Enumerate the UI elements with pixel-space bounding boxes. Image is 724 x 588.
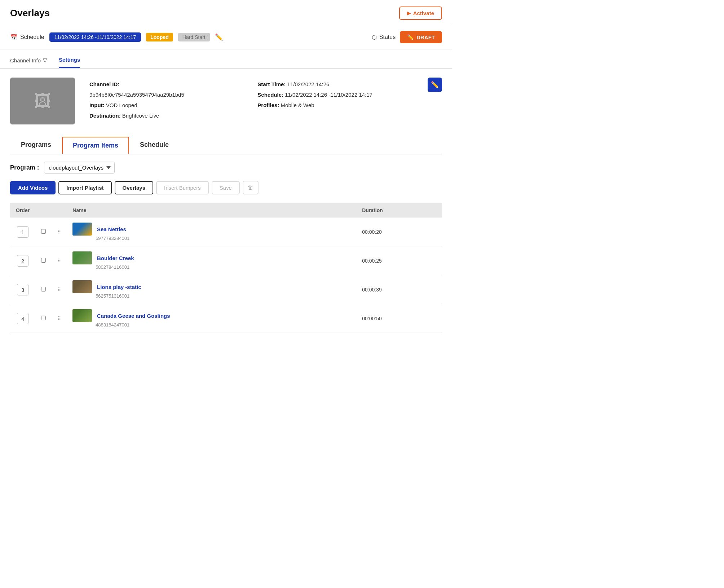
duration-cell: 00:00:20: [356, 218, 442, 246]
trash-icon: 🗑: [248, 184, 253, 190]
channel-thumbnail: 🖼: [10, 78, 75, 124]
program-selector-label: Program :: [10, 164, 39, 171]
play-icon: ▶: [407, 10, 411, 16]
order-number: 3: [17, 284, 28, 295]
name-cell: Sea Nettles 5977793284001: [67, 218, 356, 246]
item-thumbnail: [72, 223, 92, 236]
schedule-label: 📅 Schedule: [10, 34, 44, 41]
delete-button[interactable]: 🗑: [243, 181, 259, 194]
duration-cell: 00:00:39: [356, 275, 442, 304]
tab-channel-info-label: Channel Info: [10, 57, 41, 63]
insert-bumpers-button: Insert Bumpers: [156, 181, 209, 194]
table-row: 2 ⠿ Boulder Creek 5802784116001 00:00:25: [10, 246, 442, 275]
edit-schedule-button[interactable]: ✏️: [215, 33, 223, 41]
name-cell: Boulder Creek 5802784116001: [67, 246, 356, 275]
col-duration: Duration: [356, 203, 442, 218]
pencil-icon: ✏️: [407, 34, 414, 40]
table-row: 1 ⠿ Sea Nettles 5977793284001 00:00:20: [10, 218, 442, 246]
col-check: [35, 203, 52, 218]
schedule-date-badge[interactable]: 11/02/2022 14:26 -11/10/2022 14:17: [49, 32, 141, 42]
row-checkbox[interactable]: [41, 316, 46, 320]
tab-channel-info[interactable]: Channel Info ▽: [10, 51, 47, 68]
row-checkbox[interactable]: [41, 229, 46, 234]
save-button: Save: [212, 181, 240, 194]
item-name[interactable]: Sea Nettles: [97, 226, 126, 232]
item-id: 5802784116001: [96, 264, 350, 270]
row-checkbox[interactable]: [41, 287, 46, 291]
order-number: 4: [17, 313, 28, 324]
order-cell: 4: [10, 304, 35, 333]
looped-badge[interactable]: Looped: [146, 33, 173, 41]
order-number: 1: [17, 226, 28, 238]
program-selector-row: Program : cloudplayout_Overlays: [10, 162, 442, 174]
input-row: Input: VOD Looped: [89, 102, 243, 108]
import-playlist-button[interactable]: Import Playlist: [58, 181, 111, 194]
profiles-row: Profiles: Mobile & Web: [257, 102, 442, 108]
item-thumbnail: [72, 280, 92, 293]
col-drag: [52, 203, 67, 218]
dropdown-icon: ▽: [43, 57, 47, 63]
order-cell: 3: [10, 275, 35, 304]
layers-icon: ⬡: [372, 34, 377, 41]
duration-cell: 00:00:25: [356, 246, 442, 275]
drag-handle[interactable]: ⠿: [52, 246, 67, 275]
drag-handle[interactable]: ⠿: [52, 304, 67, 333]
tab-schedule[interactable]: Schedule: [129, 136, 180, 154]
table-row: 4 ⠿ Canada Geese and Goslings 4883184247…: [10, 304, 442, 333]
tab-program-items[interactable]: Program Items: [62, 137, 129, 154]
name-cell: Canada Geese and Goslings 4883184247001: [67, 304, 356, 333]
tab-settings-label: Settings: [59, 57, 80, 63]
item-name[interactable]: Boulder Creek: [97, 255, 134, 261]
program-items-table: Order Name Duration 1 ⠿ Sea Nettles 5977…: [10, 203, 442, 333]
draft-button[interactable]: ✏️ DRAFT: [400, 31, 442, 43]
order-number: 2: [17, 255, 28, 267]
drag-handle[interactable]: ⠿: [52, 218, 67, 246]
item-name[interactable]: Canada Geese and Goslings: [97, 313, 170, 319]
schedule-bar: 📅 Schedule 11/02/2022 14:26 -11/10/2022 …: [0, 25, 452, 49]
table-header-row: Order Name Duration: [10, 203, 442, 218]
item-thumbnail: [72, 251, 92, 264]
table-row: 3 ⠿ Lions play -static 5625751316001 00:…: [10, 275, 442, 304]
calendar-icon: 📅: [10, 34, 17, 41]
action-buttons: Add Videos Import Playlist Overlays Inse…: [10, 181, 442, 194]
main-content: 🖼 Channel ID: 9b94b8f0e75442a59354794aa2…: [0, 69, 452, 342]
order-cell: 2: [10, 246, 35, 275]
channel-right: Start Time: 11/02/2022 14:26 Schedule: 1…: [257, 78, 442, 113]
start-time-row: Start Time: 11/02/2022 14:26: [257, 81, 442, 87]
activate-button[interactable]: ▶ Activate: [399, 6, 442, 20]
checkbox-cell[interactable]: [35, 304, 52, 333]
item-id: 5625751316001: [96, 293, 350, 299]
schedule-row: Schedule: 11/02/2022 14:26 -11/10/2022 1…: [257, 92, 442, 98]
hard-start-badge[interactable]: Hard Start: [178, 33, 210, 41]
overlays-button[interactable]: Overlays: [115, 181, 153, 194]
image-placeholder-icon: 🖼: [34, 91, 51, 111]
item-thumbnail: [72, 309, 92, 322]
status-label: ⬡ Status: [372, 34, 396, 41]
program-select[interactable]: cloudplayout_Overlays: [44, 162, 115, 174]
duration-cell: 00:00:50: [356, 304, 442, 333]
schedule-right: ⬡ Status ✏️ DRAFT: [372, 31, 442, 43]
top-header: Overlays ▶ Activate: [0, 0, 452, 25]
checkbox-cell[interactable]: [35, 218, 52, 246]
destination-row: Destination: Brightcove Live: [89, 113, 243, 119]
name-cell: Lions play -static 5625751316001: [67, 275, 356, 304]
program-tabs-row: Programs Program Items Schedule: [10, 136, 442, 154]
drag-handle[interactable]: ⠿: [52, 275, 67, 304]
item-name[interactable]: Lions play -static: [97, 284, 141, 290]
row-checkbox[interactable]: [41, 258, 46, 263]
item-id: 5977793284001: [96, 236, 350, 241]
checkbox-cell[interactable]: [35, 246, 52, 275]
tab-programs[interactable]: Programs: [10, 136, 62, 154]
channel-id-row: Channel ID:: [89, 81, 243, 87]
add-videos-button[interactable]: Add Videos: [10, 181, 56, 194]
order-cell: 1: [10, 218, 35, 246]
col-order: Order: [10, 203, 35, 218]
checkbox-cell[interactable]: [35, 275, 52, 304]
item-id: 4883184247001: [96, 322, 350, 328]
col-name: Name: [67, 203, 356, 218]
channel-details: Channel ID: 9b94b8f0e75442a59354794aa29b…: [89, 78, 243, 123]
channel-id-value-row: 9b94b8f0e75442a59354794aa29b1bd5: [89, 92, 243, 98]
edit-channel-button[interactable]: ✏️: [428, 78, 442, 92]
channel-info-section: 🖼 Channel ID: 9b94b8f0e75442a59354794aa2…: [10, 78, 442, 124]
tab-settings[interactable]: Settings: [59, 51, 80, 68]
